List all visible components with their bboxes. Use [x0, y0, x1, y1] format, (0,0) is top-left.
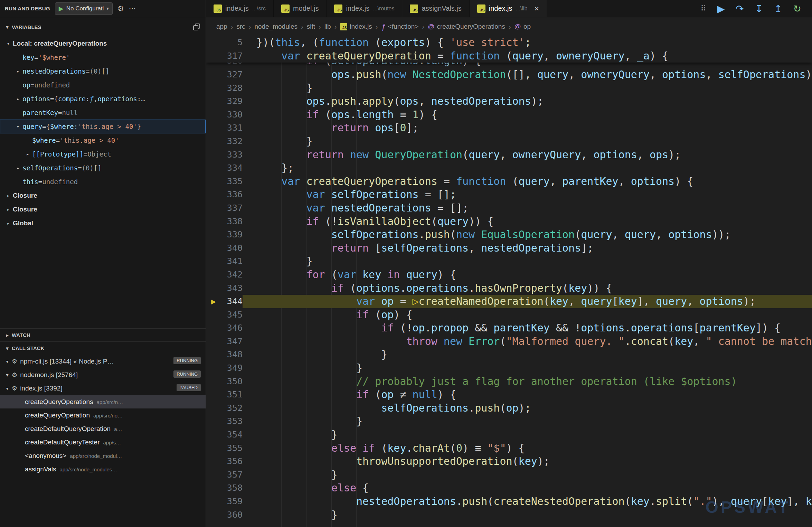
code-line-328[interactable]: 328 } [206, 82, 812, 95]
code-line-345[interactable]: 345 if (op) { [206, 308, 812, 322]
variable-row[interactable]: this = undefined [0, 175, 206, 189]
breakpoint-gutter[interactable] [206, 308, 221, 322]
step-out-icon[interactable]: ↥ [774, 3, 782, 15]
code-line-339[interactable]: 339 selfOperations.push(new EqualsOperat… [206, 228, 812, 242]
breakpoint-gutter[interactable] [206, 348, 221, 361]
breakpoint-gutter[interactable] [206, 415, 221, 428]
code-line-360[interactable]: 360 } [206, 508, 812, 522]
close-icon[interactable]: × [534, 4, 539, 13]
code-line-334[interactable]: 334 }; [206, 161, 812, 175]
code-line-331[interactable]: 331 return ops[0]; [206, 121, 812, 135]
code-line-317[interactable]: 317 var createQueryOperation = function … [206, 49, 812, 63]
breakpoint-gutter[interactable] [206, 455, 221, 468]
call-stack-session[interactable]: ▾⚙npm-cli.js [13344] « Node.js P…RUNNING [0, 355, 206, 368]
variable-row[interactable]: ▸Closure [0, 203, 206, 216]
breakpoint-gutter[interactable] [206, 121, 221, 135]
code-line-354[interactable]: 354 } [206, 428, 812, 442]
code-line-347[interactable]: 347 throw new Error("Malformed query. ".… [206, 335, 812, 348]
restart-icon[interactable]: ↻ [793, 3, 801, 15]
code-line-337[interactable]: 337 var nestedOperations = []; [206, 201, 812, 215]
code-line-338[interactable]: 338 if (!isVanillaObject(query)) { [206, 215, 812, 228]
breakpoint-gutter[interactable] [206, 282, 221, 295]
breakpoint-gutter[interactable] [206, 68, 221, 82]
breakpoint-gutter[interactable] [206, 228, 221, 242]
call-stack-session[interactable]: ▾⚙index.js [3392]PAUSED [0, 382, 206, 395]
chevron-down-icon[interactable]: ▾ [4, 41, 13, 46]
code-line-351[interactable]: 351 if (op ≠ null) { [206, 388, 812, 402]
breadcrumb-item[interactable]: sift [307, 23, 315, 30]
call-stack-frame[interactable]: createQueryOperationsapp/src/n… [0, 395, 206, 408]
variable-row[interactable]: op = undefined [0, 78, 206, 92]
variable-row[interactable]: ▸selfOperations = (0) [] [0, 161, 206, 175]
breakpoint-gutter[interactable] [206, 255, 221, 268]
editor-tab[interactable]: JSmodel.js [274, 0, 327, 17]
breakpoint-gutter[interactable] [206, 82, 221, 95]
gear-icon[interactable]: ⚙ [117, 4, 124, 13]
breadcrumb-item[interactable]: JSindex.js [340, 23, 372, 30]
code-editor[interactable]: 326 if (selfOperations.length) {327 ops.… [206, 36, 812, 527]
breakpoint-gutter[interactable] [206, 161, 221, 175]
breakpoint-gutter[interactable] [206, 402, 221, 415]
start-debug-icon[interactable]: ▶ [59, 5, 64, 12]
code-line-5[interactable]: 5})(this, (function (exports) { 'use str… [206, 36, 812, 49]
breakpoint-gutter[interactable] [206, 215, 221, 228]
breakpoint-gutter[interactable] [206, 108, 221, 122]
chevron-right-icon[interactable]: ▸ [23, 151, 32, 157]
more-actions-icon[interactable]: ⋯ [129, 4, 136, 13]
code-line-357[interactable]: 357 } [206, 468, 812, 482]
code-line-344[interactable]: ▶344 var op = ▷createNamedOperation(key,… [206, 295, 812, 308]
breadcrumb-item[interactable]: node_modules [254, 23, 298, 30]
call-stack-frame[interactable]: createQueryOperationapp/src/no… [0, 408, 206, 422]
step-into-icon[interactable]: ↧ [755, 3, 763, 15]
breakpoint-gutter[interactable] [206, 468, 221, 482]
code-line-352[interactable]: 352 selfOperations.push(op); [206, 402, 812, 415]
code-line-356[interactable]: 356 throwUnsupportedOperation(key); [206, 455, 812, 468]
variable-row[interactable]: ▸[[Prototype]] = Object [0, 147, 206, 161]
breakpoint-gutter[interactable] [206, 36, 221, 49]
breakpoint-gutter[interactable] [206, 148, 221, 162]
code-line-330[interactable]: 330 if (ops.length ≡ 1) { [206, 108, 812, 122]
variable-row[interactable]: ▸nestedOperations = (0) [] [0, 64, 206, 78]
watch-section-header[interactable]: ▸ WATCH [0, 328, 206, 341]
breakpoint-gutter[interactable] [206, 335, 221, 348]
breakpoint-gutter[interactable] [206, 242, 221, 255]
breakpoint-gutter[interactable] [206, 481, 221, 495]
editor-tab[interactable]: JSindex.js...\src [206, 0, 274, 17]
breakpoint-gutter[interactable] [206, 63, 221, 68]
code-line-343[interactable]: 343 if (options.operations.hasOwnPropert… [206, 282, 812, 295]
code-line-333[interactable]: 333 return new QueryOperation(query, own… [206, 148, 812, 162]
code-line-342[interactable]: 342 for (var key in query) { [206, 268, 812, 282]
breakpoint-gutter[interactable] [206, 495, 221, 508]
call-stack-frame[interactable]: createDefaultQueryTesterapp/s… [0, 435, 206, 449]
variable-row[interactable]: key = '$where' [0, 50, 206, 64]
code-line-332[interactable]: 332 } [206, 135, 812, 148]
variable-row[interactable]: ▾Local: createQueryOperations [0, 37, 206, 50]
code-line-335[interactable]: 335 var createQueryOperations = function… [206, 175, 812, 188]
breakpoint-gutter[interactable] [206, 95, 221, 108]
code-line-359[interactable]: 359 nestedOperations.push(createNestedOp… [206, 495, 812, 508]
breakpoint-gutter[interactable] [206, 135, 221, 148]
code-line-349[interactable]: 349 } [206, 361, 812, 375]
variable-row[interactable]: ▸Closure [0, 189, 206, 203]
launch-config-control[interactable]: ▶ No Configurati ▾ [55, 2, 113, 15]
variables-section-header[interactable]: ▾ VARIABLES [0, 17, 206, 37]
call-stack-frame[interactable]: createDefaultQueryOperationa… [0, 422, 206, 435]
breakpoint-gutter[interactable] [206, 201, 221, 215]
breadcrumb-item[interactable]: app [216, 23, 227, 30]
call-stack-frame[interactable]: assignValsapp/src/node_modules… [0, 462, 206, 476]
breakpoint-gutter[interactable] [206, 508, 221, 522]
code-line-353[interactable]: 353 } [206, 415, 812, 428]
chevron-down-icon[interactable]: ▾ [3, 359, 12, 364]
call-stack-session[interactable]: ▾⚙nodemon.js [25764]RUNNING [0, 368, 206, 382]
breakpoint-gutter[interactable] [206, 175, 221, 188]
chevron-right-icon[interactable]: ▸ [13, 165, 22, 171]
chevron-down-icon[interactable]: ▾ [3, 346, 12, 351]
call-stack-section-header[interactable]: ▾ CALL STACK [0, 341, 206, 355]
breadcrumb-item[interactable]: @op [514, 23, 531, 30]
breadcrumb-item[interactable]: lib [324, 23, 331, 30]
chevron-right-icon[interactable]: ▸ [3, 332, 12, 338]
code-line-346[interactable]: 346 if (!op.propop && parentKey && !opti… [206, 321, 812, 335]
breakpoint-gutter[interactable]: ▶ [206, 295, 221, 308]
breadcrumb-item[interactable]: ƒ<function> [381, 22, 418, 31]
copy-icon[interactable] [192, 23, 201, 31]
